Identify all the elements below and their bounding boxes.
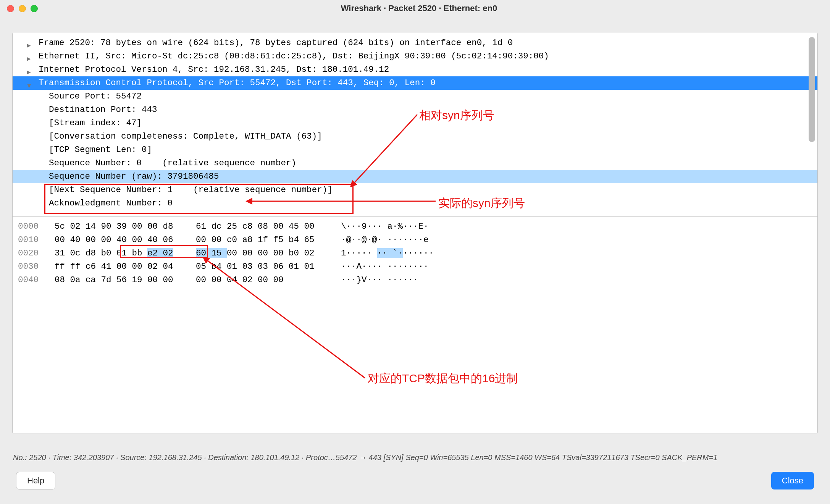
hex-bytes-1: 5c 02 14 90 39 00 00 d8 (55, 220, 196, 233)
tree-row-text: [Conversation completeness: Complete, WI… (18, 131, 322, 141)
hex-bytes-2: 00 00 04 02 00 00 (196, 273, 341, 287)
tree-row[interactable]: [TCP Segment Len: 0] (13, 143, 817, 157)
hex-bytes-2: 05 b4 01 03 03 06 01 01 (196, 260, 341, 273)
tree-row[interactable]: Sequence Number (raw): 3791806485 (13, 170, 817, 183)
window-title: Wireshark · Packet 2520 · Ethernet: en0 (38, 3, 823, 13)
hex-ascii: \···9··· a·%···E· (341, 220, 429, 233)
scrollbar-vertical[interactable] (807, 37, 816, 212)
hex-offset: 0040 (18, 273, 55, 287)
packet-details-frame: ▶ Frame 2520: 78 bytes on wire (624 bits… (12, 33, 818, 433)
tree-row[interactable]: [Stream index: 47] (13, 116, 817, 130)
hex-ascii: ···}V··· ······ (341, 273, 418, 287)
arrow-down-icon[interactable]: ▶ (22, 84, 36, 88)
close-window-icon[interactable] (7, 5, 14, 12)
tree-row[interactable]: [Next Sequence Number: 1 (relative seque… (13, 183, 817, 197)
tree-row[interactable]: Sequence Number: 0 (relative sequence nu… (13, 157, 817, 170)
hex-row[interactable]: 0030ff ff c6 41 00 00 02 0405 b4 01 03 0… (18, 260, 817, 273)
tree-row-text: Transmission Control Protocol, Src Port:… (18, 78, 436, 88)
hex-offset: 0010 (18, 233, 55, 247)
hex-offset: 0020 (18, 247, 55, 260)
hex-bytes-2: 00 00 c0 a8 1f f5 b4 65 (196, 233, 341, 247)
status-bar: No.: 2520 · Time: 342.203907 · Source: 1… (13, 453, 817, 462)
hex-pane[interactable]: 00005c 02 14 90 39 00 00 d861 dc 25 c8 0… (13, 216, 817, 433)
hex-row[interactable]: 001000 40 00 00 40 00 40 0600 00 c0 a8 1… (18, 233, 817, 247)
help-button[interactable]: Help (16, 472, 55, 489)
tree-row[interactable]: ▶ Frame 2520: 78 bytes on wire (624 bits… (13, 36, 817, 50)
tree-row-text: [Next Sequence Number: 1 (relative seque… (18, 185, 333, 195)
hex-offset: 0000 (18, 220, 55, 233)
zoom-window-icon[interactable] (31, 5, 38, 12)
tree-row[interactable]: ▶ Transmission Control Protocol, Src Por… (13, 76, 817, 90)
hex-ascii: ·@··@·@· ·······e (341, 233, 429, 247)
hex-row[interactable]: 004008 0a ca 7d 56 19 00 0000 00 04 02 0… (18, 273, 817, 287)
hex-bytes-1: ff ff c6 41 00 00 02 04 (55, 260, 196, 273)
tree-row[interactable]: Source Port: 55472 (13, 90, 817, 103)
hex-bytes-1: 08 0a ca 7d 56 19 00 00 (55, 273, 196, 287)
tree-row-text: [Stream index: 47] (18, 118, 142, 128)
hex-bytes-1: 00 40 00 00 40 00 40 06 (55, 233, 196, 247)
tree-row[interactable]: ▶ Internet Protocol Version 4, Src: 192.… (13, 63, 817, 76)
traffic-lights (7, 5, 38, 12)
tree-row[interactable]: Destination Port: 443 (13, 103, 817, 116)
tree-row-text: Frame 2520: 78 bytes on wire (624 bits),… (18, 38, 513, 48)
tree-row-text: Sequence Number: 0 (relative sequence nu… (18, 158, 296, 168)
tree-row-text: Acknowledgment Number: 0 (18, 198, 173, 208)
tree-row[interactable]: ▶ Ethernet II, Src: Micro-St_dc:25:c8 (0… (13, 50, 817, 63)
tree-row[interactable]: [Conversation completeness: Complete, WI… (13, 130, 817, 143)
titlebar: Wireshark · Packet 2520 · Ethernet: en0 (0, 0, 830, 17)
tree-row-text: Source Port: 55472 (18, 91, 142, 101)
tree-row[interactable]: Acknowledgment Number: 0 (13, 197, 817, 210)
close-button[interactable]: Close (771, 472, 814, 489)
hex-ascii: 1····· ·· `······· (341, 247, 434, 260)
tree-row-text: Sequence Number (raw): 3791806485 (18, 171, 219, 181)
hex-bytes-2: 60 15 00 00 00 00 b0 02 (196, 247, 341, 260)
tree-row-text: [TCP Segment Len: 0] (18, 145, 152, 155)
tree-row-text: Internet Protocol Version 4, Src: 192.16… (18, 65, 389, 74)
hex-bytes-2: 61 dc 25 c8 08 00 45 00 (196, 220, 341, 233)
hex-row[interactable]: 002031 0c d8 b0 01 bb e2 0260 15 00 00 0… (18, 247, 817, 260)
hex-bytes-1: 31 0c d8 b0 01 bb e2 02 (55, 247, 196, 260)
hex-ascii: ···A···· ········ (341, 260, 429, 273)
hex-offset: 0030 (18, 260, 55, 273)
hex-row[interactable]: 00005c 02 14 90 39 00 00 d861 dc 25 c8 0… (18, 220, 817, 233)
tree-row-text: Ethernet II, Src: Micro-St_dc:25:c8 (00:… (18, 51, 549, 61)
tree-row-text: Destination Port: 443 (18, 105, 157, 115)
minimize-window-icon[interactable] (19, 5, 26, 12)
tree-pane[interactable]: ▶ Frame 2520: 78 bytes on wire (624 bits… (13, 33, 817, 216)
